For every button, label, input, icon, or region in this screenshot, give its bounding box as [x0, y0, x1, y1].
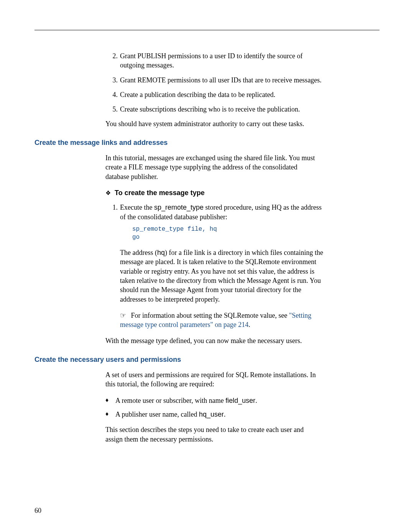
- paragraph: A set of users and permissions are requi…: [105, 370, 380, 389]
- inline-code: hq: [157, 249, 165, 256]
- paragraph: You should have system administrator aut…: [105, 119, 380, 128]
- diamond-bullet-icon: ❖: [105, 189, 115, 197]
- paragraph: This section describes the steps you nee…: [105, 425, 380, 444]
- list-text: Create a publication describing the data…: [120, 90, 380, 99]
- section-heading-links: Create the message links and addresses: [34, 138, 380, 147]
- ordered-item-1: 1. Execute the sp_remote_type stored pro…: [105, 203, 380, 222]
- ordered-item-3: 3. Grant REMOTE permissions to all user …: [105, 76, 380, 85]
- top-divider: [34, 30, 380, 30]
- bullet-item: ♦ A remote user or subscriber, with name…: [105, 396, 380, 405]
- list-number: 5.: [105, 105, 120, 114]
- paragraph: In this tutorial, messages are exchanged…: [105, 153, 380, 181]
- procedure-heading: ❖ To create the message type: [105, 188, 380, 197]
- list-number: 3.: [105, 76, 120, 85]
- bullet-text: A publisher user name, called hq_user.: [115, 410, 380, 419]
- ordered-item-5: 5. Create subscriptions describing who i…: [105, 105, 380, 114]
- diamond-bullet-icon: ♦: [105, 396, 115, 405]
- paragraph: With the message type defined, you can n…: [105, 336, 380, 345]
- code-block: sp_remote_type file, hq go: [132, 225, 380, 242]
- list-text: Create subscriptions describing who is t…: [120, 105, 380, 114]
- inline-code: sp_remote_type: [154, 204, 204, 211]
- bullet-text: A remote user or subscriber, with name ﬁ…: [115, 396, 380, 405]
- see-also-paragraph: ☞ For information about setting the SQLR…: [120, 311, 380, 330]
- cross-reference-link[interactable]: message type control parameters" on page…: [120, 321, 248, 328]
- diamond-bullet-icon: ♦: [105, 410, 115, 419]
- procedure-title: To create the message type: [115, 188, 205, 197]
- inline-code: ﬁeld_user: [225, 397, 255, 404]
- page-number: 60: [34, 506, 41, 515]
- ordered-item-4: 4. Create a publication describing the d…: [105, 90, 380, 99]
- list-number: 1.: [105, 203, 120, 222]
- list-number: 2.: [105, 51, 120, 70]
- list-text: Grant REMOTE permissions to all user IDs…: [120, 76, 380, 85]
- cross-reference-link[interactable]: "Setting: [289, 312, 311, 319]
- paragraph: The address (hq) for a file link is a di…: [120, 248, 380, 304]
- bullet-item: ♦ A publisher user name, called hq_user.: [105, 410, 380, 419]
- ordered-item-2: 2. Grant PUBLISH permissions to a user I…: [105, 51, 380, 70]
- list-text: Execute the sp_remote_type stored proced…: [120, 203, 380, 222]
- inline-code: hq_user: [199, 410, 224, 418]
- pointer-icon: ☞: [120, 312, 129, 319]
- list-number: 4.: [105, 90, 120, 99]
- list-text: Grant PUBLISH permissions to a user ID t…: [120, 51, 380, 70]
- section-heading-users: Create the necessary users and permissio…: [34, 355, 380, 364]
